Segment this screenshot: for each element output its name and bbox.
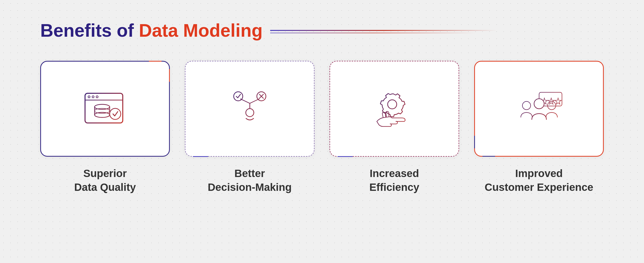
svg-marker-22 (548, 98, 554, 104)
gear-hand-icon (369, 89, 420, 129)
card-label-3: IncreasedEfficiency (369, 167, 419, 194)
benefit-card-4: ImprovedCustomer Experience (474, 61, 604, 194)
svg-point-19 (388, 100, 397, 109)
card-label-2: BetterDecision-Making (208, 167, 292, 194)
card-label-1: SuperiorData Quality (74, 167, 136, 194)
svg-point-25 (547, 101, 556, 110)
card-box-4 (474, 61, 604, 157)
card-box-2 (185, 61, 314, 157)
svg-point-26 (534, 99, 544, 109)
cards-row: SuperiorData Quality (40, 61, 604, 194)
svg-point-3 (92, 96, 94, 98)
page-title: Benefits of Data Modeling (40, 20, 263, 41)
benefit-card-1: SuperiorData Quality (40, 61, 170, 194)
page-container: Benefits of Data Modeling (0, 0, 644, 263)
benefit-card-3: IncreasedEfficiency (330, 61, 459, 194)
svg-point-11 (246, 109, 254, 117)
svg-point-24 (522, 101, 531, 110)
card-label-4: ImprovedCustomer Experience (485, 167, 593, 194)
svg-point-2 (88, 96, 90, 98)
customer-stars-icon (514, 89, 564, 129)
card-box-1 (40, 61, 170, 157)
database-check-icon (80, 89, 130, 129)
title-text-accent: Data Modeling (139, 20, 263, 40)
title-text-dark: Benefits of (40, 20, 139, 40)
title-divider (270, 30, 497, 31)
decision-person-icon (225, 89, 275, 129)
card-box-3 (330, 61, 459, 157)
title-row: Benefits of Data Modeling (40, 20, 604, 41)
svg-point-10 (110, 108, 121, 119)
svg-marker-23 (555, 98, 561, 104)
benefit-card-2: BetterDecision-Making (185, 61, 314, 194)
svg-point-15 (234, 92, 243, 101)
svg-point-4 (96, 96, 98, 98)
